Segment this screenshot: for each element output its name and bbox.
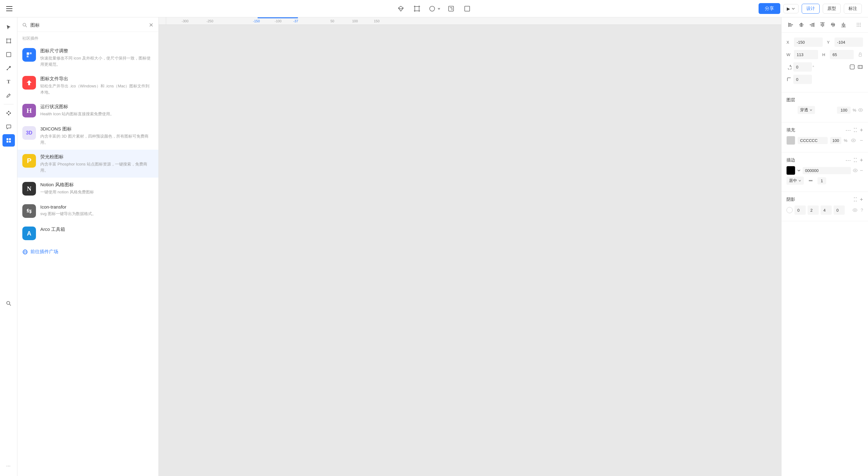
pen-tool-icon[interactable] — [445, 3, 457, 14]
clip-icon[interactable] — [858, 64, 863, 70]
plugin-search-input[interactable] — [30, 23, 146, 28]
stroke-add-action[interactable]: + — [860, 157, 863, 163]
w-input[interactable] — [794, 50, 818, 59]
fill-dots2-action[interactable]: ⁚⁚ — [854, 127, 857, 133]
align-bottom-icon[interactable] — [839, 21, 848, 29]
svg-rect-58 — [822, 23, 823, 27]
rect-tool-icon[interactable] — [462, 3, 473, 14]
frame-tool-icon[interactable] — [411, 3, 423, 14]
svg-rect-59 — [824, 23, 824, 26]
search-tool[interactable] — [2, 297, 15, 310]
align-left-icon[interactable] — [786, 21, 795, 29]
fill-minus-action[interactable]: − — [860, 137, 863, 144]
plugin-name-arco: Arco 工具箱 — [40, 226, 153, 232]
svg-marker-41 — [27, 80, 32, 85]
stroke-dots2-action[interactable]: ⁚⁚ — [854, 157, 857, 163]
svg-rect-10 — [448, 6, 454, 11]
blend-mode-select[interactable]: 穿透 — [798, 106, 815, 114]
stroke-section: 描边 ⋯ ⁚⁚ + 000000 − 居中 1 — [781, 153, 868, 192]
opacity-container: 100 % — [837, 106, 863, 114]
opacity-value[interactable]: 100 — [837, 106, 850, 114]
fill-color-value[interactable]: CCCCCC — [798, 137, 828, 144]
align-center-h-icon[interactable] — [797, 21, 806, 29]
stroke-width-value[interactable]: 1 — [817, 177, 826, 184]
lock-icon[interactable] — [858, 52, 863, 57]
marketplace-link[interactable]: 前往插件广场 — [18, 245, 158, 259]
search-icon — [22, 23, 27, 28]
play-button[interactable]: ▶ — [783, 4, 799, 13]
svg-point-74 — [860, 25, 861, 25]
gem-tool-icon[interactable] — [395, 3, 406, 14]
y-input[interactable] — [835, 37, 863, 47]
stroke-dots-action[interactable]: ⋯ — [845, 157, 851, 163]
stroke-color-value[interactable]: 000000 — [803, 167, 851, 174]
cursor-tool[interactable] — [2, 21, 15, 33]
svg-rect-61 — [831, 23, 832, 25]
distribute-icon[interactable] — [855, 21, 863, 29]
position-row-1: X Y — [786, 37, 863, 47]
rect-tool[interactable] — [2, 49, 15, 61]
fill-dots-action[interactable]: ⋯ — [845, 127, 851, 133]
shadow-add-action[interactable]: + — [860, 197, 863, 202]
ruler-mark-4: -100 — [275, 19, 281, 23]
fill-eye-icon[interactable] — [851, 138, 856, 143]
plugin-item-icontransfor[interactable]: Icon-transfor svg 图标一键导出为数据格式。 — [18, 200, 158, 222]
stroke-dropdown-icon[interactable] — [797, 168, 801, 172]
shadow-y-input[interactable] — [808, 205, 819, 215]
plugin-item-3d[interactable]: 3D 3DICONS 图标 内含丰富的 3D 图片素材，四种预设颜色，所有图标可… — [18, 122, 158, 150]
eye-icon[interactable] — [858, 107, 863, 113]
shadow-dots-action[interactable]: ⁚⁚ — [854, 197, 857, 202]
plugin-item-export[interactable]: 图标文件导出 轻松生产并导出 .ico（Windows）和 .icns（Mac）… — [18, 72, 158, 99]
shadow-color-swatch[interactable] — [786, 207, 793, 213]
corner-radius-icon[interactable] — [849, 64, 855, 70]
plugin-item-notion[interactable]: N Notion 风格图标 一键使用 notion 风格免费图标 — [18, 178, 158, 200]
menu-icon[interactable] — [6, 4, 16, 13]
svg-point-77 — [860, 26, 861, 27]
align-right-icon[interactable] — [808, 21, 816, 29]
svg-rect-33 — [9, 141, 11, 142]
stroke-color-swatch[interactable] — [786, 166, 795, 175]
plugin-header: ✕ — [18, 18, 158, 32]
shadow-blur-input[interactable] — [820, 205, 832, 215]
component-tool[interactable] — [2, 107, 15, 119]
frame-tool[interactable] — [2, 35, 15, 47]
comment-tool[interactable] — [2, 121, 15, 133]
shadow-spread-input[interactable] — [834, 205, 845, 215]
pencil-tool[interactable] — [2, 89, 15, 102]
shadow-x-input[interactable] — [795, 205, 806, 215]
plugin-item-phosphor[interactable]: P 荧光粉图标 内含丰富 Phosphor Icons 站点图标资源，一键搜索，… — [18, 150, 158, 178]
prototype-tab-btn[interactable]: 原型 — [823, 4, 841, 13]
x-input[interactable] — [794, 37, 823, 47]
stroke-style-icon[interactable] — [808, 178, 813, 183]
corner-input[interactable] — [793, 75, 812, 84]
pen-tool[interactable] — [2, 62, 15, 74]
fill-color-swatch[interactable] — [786, 136, 795, 145]
plugin-info-icontransfor: Icon-transfor svg 图标一键导出为数据格式。 — [40, 204, 153, 217]
rotate-input[interactable] — [793, 62, 812, 72]
plugin-desc-icontransfor: svg 图标一键导出为数据格式。 — [40, 211, 153, 217]
share-button[interactable]: 分享 — [758, 3, 780, 14]
shadow-eye-icon[interactable] — [852, 208, 858, 213]
stroke-minus-action[interactable]: − — [860, 167, 863, 174]
fill-opacity-value[interactable]: 100 — [830, 137, 841, 144]
plugin-close-button[interactable]: ✕ — [149, 22, 153, 28]
plugin-tool[interactable] — [2, 134, 15, 147]
more-tool[interactable]: ⋯ — [2, 460, 15, 472]
align-center-v-icon[interactable] — [829, 21, 837, 29]
annotation-tab-btn[interactable]: 标注 — [844, 4, 862, 13]
stroke-eye-icon[interactable] — [853, 168, 858, 173]
shadow-help-action[interactable]: ? — [861, 208, 863, 213]
plugin-item-arco[interactable]: A Arco 工具箱 — [18, 222, 158, 245]
top-bar-center — [395, 3, 473, 14]
h-input[interactable] — [830, 50, 854, 59]
align-top-icon[interactable] — [818, 21, 827, 29]
stroke-align-select[interactable]: 居中 — [786, 177, 804, 185]
fill-add-action[interactable]: + — [860, 127, 863, 133]
plugin-list: 图标尺寸调整 快速批量修改不同 icon 及外框大小，使尺寸保持一致，图标使用更… — [18, 44, 158, 476]
plugin-letter-phosphor: P — [27, 157, 32, 165]
design-tab-btn[interactable]: 设计 — [802, 4, 819, 13]
plugin-item-size[interactable]: 图标尺寸调整 快速批量修改不同 icon 及外框大小，使尺寸保持一致，图标使用更… — [18, 44, 158, 72]
plugin-item-health[interactable]: H 运行状况图标 Health Icon 站内图标直接搜索免费使用。 — [18, 99, 158, 122]
shape-tool-group[interactable] — [428, 3, 440, 14]
text-tool[interactable]: T — [2, 75, 15, 88]
